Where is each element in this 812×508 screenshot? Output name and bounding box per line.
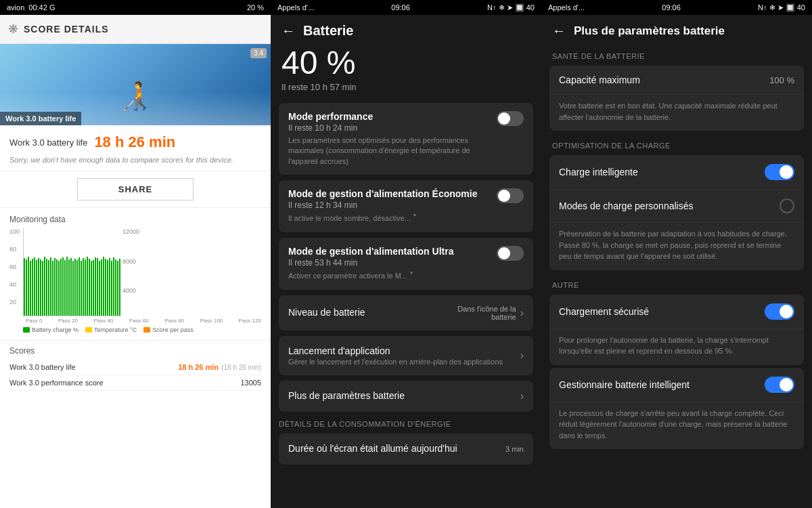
chargement-securise-row[interactable]: Chargement sécurisé xyxy=(549,295,804,329)
gestionnaire-batterie-row[interactable]: Gestionnaire batterie intelligent xyxy=(549,368,804,402)
menu-lancement-app[interactable]: Lancement d'application Gérer le lanceme… xyxy=(279,336,533,375)
bar-green xyxy=(89,259,90,316)
bar-green xyxy=(52,261,53,316)
bar-group xyxy=(113,232,114,316)
bar-group xyxy=(99,236,100,316)
modes-charge-toggle[interactable] xyxy=(780,198,794,213)
score-icon: ❋ xyxy=(8,22,18,37)
bar-group xyxy=(64,235,66,316)
bar-group xyxy=(28,230,29,316)
bar-green xyxy=(76,260,78,316)
bar-group xyxy=(91,236,92,316)
bar-group xyxy=(48,235,49,316)
bar-group xyxy=(36,235,37,316)
niveau-batterie-title: Niveau de batterie xyxy=(288,307,365,318)
bar-green xyxy=(66,257,68,316)
score-row-battery: Work 3.0 battery life 18 h 26 min (18 h … xyxy=(9,360,261,375)
bar-group xyxy=(58,236,60,316)
bar-group xyxy=(109,232,110,316)
modes-charge-row[interactable]: Modes de charge personnalisés xyxy=(549,190,804,223)
mode-ultra-desc: Activer ce paramètre activera le M... ˅ xyxy=(288,270,453,282)
mode-economie-card[interactable]: Mode de gestion d'alimentation Économie … xyxy=(279,180,533,232)
bar-group xyxy=(74,233,76,316)
mode-performance-card[interactable]: Mode performance Il reste 10 h 24 min Le… xyxy=(279,103,533,175)
mode-ultra-content: Mode de gestion d'alimentation Ultra Il … xyxy=(288,246,453,282)
mode-economie-content: Mode de gestion d'alimentation Économie … xyxy=(288,188,477,224)
menu-niveau-batterie[interactable]: Niveau de batterie Dans l'icône de labat… xyxy=(279,295,533,331)
bar-green xyxy=(34,257,35,316)
chargement-securise-toggle[interactable] xyxy=(765,303,794,320)
legend-battery-color xyxy=(23,327,30,333)
bar-green xyxy=(99,261,100,316)
mode-economie-toggle[interactable] xyxy=(497,188,524,203)
share-section: SHARE xyxy=(0,171,271,208)
bar-green xyxy=(28,257,29,316)
battery-percent-section: 40 % Il reste 10 h 57 min xyxy=(271,44,541,100)
bar-group xyxy=(30,236,31,316)
chart-area: 12000 8000 4000 Pass 0 Pass 20 Pass 40 P… xyxy=(23,228,261,333)
bar-group xyxy=(68,234,70,316)
legend-temp: Temperature °C xyxy=(85,326,137,333)
bar-green xyxy=(64,260,66,316)
ecran-allume-title: Durée où l'écran était allumé aujourd'hu… xyxy=(288,443,457,454)
back-button-p2[interactable]: ← xyxy=(281,23,295,39)
bar-green xyxy=(40,259,41,316)
mode-performance-toggle[interactable] xyxy=(497,111,524,126)
mode-ultra-card[interactable]: Mode de gestion d'alimentation Ultra Il … xyxy=(279,238,533,290)
bar-green xyxy=(74,259,76,316)
menu-ecran-allume[interactable]: Durée où l'écran était allumé aujourd'hu… xyxy=(279,433,533,465)
status-left: avion 00:42 G xyxy=(7,3,55,12)
bar-group xyxy=(101,234,102,316)
bar-green xyxy=(56,259,58,316)
bar-green xyxy=(26,259,27,316)
p2-nav: ← Batterie xyxy=(271,15,541,44)
mode-performance-content: Mode performance Il reste 10 h 24 min Le… xyxy=(288,111,497,167)
energy-section-header: DÉTAILS DE LA CONSOMMATION D'ÉNERGIE xyxy=(271,415,541,431)
p2-page-title: Batterie xyxy=(303,23,353,39)
charge-intelligente-toggle[interactable] xyxy=(765,164,794,180)
p3-scroll-area[interactable]: SANTÉ DE LA BATTERIE Capacité maximum 10… xyxy=(541,44,812,508)
bar-group xyxy=(32,233,33,316)
mode-performance-desc: Les paramètres sont optimisés pour des p… xyxy=(288,135,497,167)
bar-group xyxy=(70,232,72,316)
chart-bars xyxy=(23,228,120,316)
bar-group xyxy=(44,230,45,316)
mode-ultra-sub: Il reste 53 h 44 min xyxy=(288,258,453,268)
bar-group xyxy=(40,234,41,316)
bar-group xyxy=(93,235,94,316)
charge-intelligente-row[interactable]: Charge intelligente xyxy=(549,155,804,190)
gestionnaire-batterie-title: Gestionnaire batterie intelligent xyxy=(559,379,690,390)
bar-green xyxy=(78,257,80,316)
gestionnaire-batterie-toggle[interactable] xyxy=(765,377,794,393)
capacite-max-row: Capacité maximum 100 % xyxy=(549,66,804,95)
bar-green xyxy=(97,258,98,316)
bar-green xyxy=(95,257,96,316)
monitoring-section: Monitoring data 100 80 60 40 20 12000 80… xyxy=(0,208,271,340)
bar-green xyxy=(44,257,45,316)
chevron-icon-3: › xyxy=(520,390,524,402)
menu-plus-parametres[interactable]: Plus de paramètres batterie › xyxy=(279,381,533,412)
share-button[interactable]: SHARE xyxy=(77,178,194,200)
bar-green xyxy=(115,259,116,316)
score-row-battery-label: Work 3.0 battery life xyxy=(9,363,76,371)
modes-charge-title: Modes de charge personnalisés xyxy=(559,200,693,211)
niveau-batterie-badge: Dans l'icône de labatterie xyxy=(457,305,516,321)
bar-group xyxy=(117,236,118,316)
bar-green xyxy=(24,258,25,316)
bar-group xyxy=(103,230,104,316)
back-button-p3[interactable]: ← xyxy=(552,23,566,39)
bar-green xyxy=(83,258,84,316)
bar-green xyxy=(46,259,47,316)
bar-group xyxy=(97,232,98,316)
sante-desc: Votre batterie est en bon état. Une capa… xyxy=(549,95,804,131)
bar-green xyxy=(70,258,72,316)
ecran-allume-value: 3 min xyxy=(505,445,524,453)
result-section: Work 3.0 battery life 18 h 26 min Sorry,… xyxy=(0,125,271,171)
mode-ultra-toggle[interactable] xyxy=(497,246,524,261)
bar-group xyxy=(72,236,74,316)
bar-green xyxy=(109,258,110,316)
bar-green xyxy=(113,257,114,316)
bar-group xyxy=(115,234,116,316)
mode-economie-desc: Il active le mode sombre, désactive... ˅ xyxy=(288,213,477,224)
bar-green xyxy=(101,259,102,316)
